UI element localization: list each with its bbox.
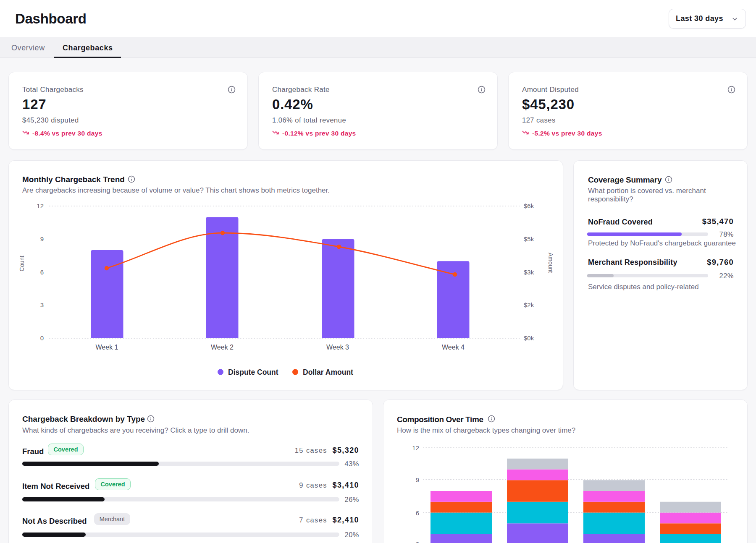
svg-text:Week 1: Week 1 — [96, 344, 118, 351]
svg-text:6: 6 — [40, 269, 44, 276]
svg-text:12: 12 — [412, 444, 419, 452]
svg-text:Count: Count — [18, 256, 25, 271]
svg-text:Week 4: Week 4 — [442, 344, 465, 351]
svg-text:12: 12 — [37, 202, 44, 209]
svg-text:9: 9 — [416, 476, 419, 483]
svg-text:Amount: Amount — [547, 253, 554, 273]
svg-text:$0k: $0k — [524, 334, 534, 342]
svg-text:$3k: $3k — [524, 269, 534, 276]
svg-text:6: 6 — [416, 509, 419, 517]
svg-text:Dollar Amount: Dollar Amount — [303, 368, 353, 376]
svg-text:Dispute Count: Dispute Count — [228, 368, 278, 376]
svg-text:$6k: $6k — [524, 202, 534, 209]
svg-text:9: 9 — [40, 235, 44, 243]
svg-text:$2k: $2k — [524, 301, 534, 308]
svg-text:Week 2: Week 2 — [211, 344, 234, 351]
svg-text:Week 3: Week 3 — [326, 344, 349, 351]
svg-text:0: 0 — [40, 334, 44, 342]
svg-text:$5k: $5k — [524, 235, 534, 243]
svg-text:3: 3 — [40, 301, 44, 308]
svg-text:3: 3 — [416, 540, 419, 543]
